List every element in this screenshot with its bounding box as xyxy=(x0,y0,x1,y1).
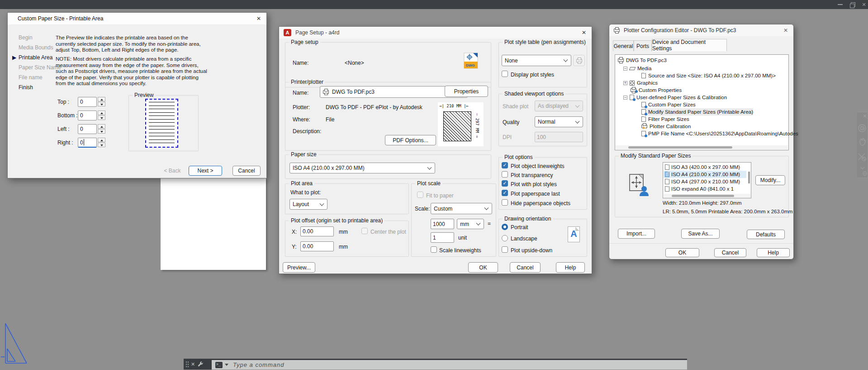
shade-plot-combo[interactable]: As displayed xyxy=(535,101,583,111)
tree-item-user-defined-paper-sizes[interactable]: User-defined Paper Sizes & Calibration xyxy=(623,94,727,101)
tab-ports[interactable]: Ports xyxy=(634,40,652,51)
list-horizontal-scrollbar[interactable] xyxy=(664,194,750,198)
tab-device-and-document-settings[interactable]: Device and Document Settings xyxy=(652,39,727,51)
quality-combo[interactable]: Normal xyxy=(535,116,583,127)
bottom-input[interactable] xyxy=(78,111,97,120)
tree-item-source-and-size[interactable]: Source and Size <Size: ISO A4 (210.00 x … xyxy=(641,72,776,79)
printer-name-label: Name: xyxy=(293,90,308,96)
drag-grip-icon[interactable] xyxy=(185,361,189,367)
edit-plot-style-button[interactable] xyxy=(573,55,585,66)
close-dialog-button[interactable]: ✕ xyxy=(580,29,588,37)
page-icon-selected xyxy=(665,172,669,177)
plot-with-plot-styles-checkbox[interactable] xyxy=(502,180,508,187)
defaults-button[interactable]: Defaults xyxy=(747,230,785,239)
ok-button[interactable]: OK xyxy=(468,262,498,273)
preview-button[interactable]: Preview... xyxy=(283,262,315,273)
top-stepper[interactable] xyxy=(98,97,105,107)
landscape-radio[interactable] xyxy=(502,235,508,241)
recent-commands-chevron-icon[interactable] xyxy=(225,364,228,366)
size-item-a4-landscape[interactable]: ISO A4 (297.00 x 210.00 MM) xyxy=(664,178,746,185)
tree-item-custom-properties[interactable]: Custom Properties xyxy=(631,86,682,94)
tree-item-plotter-calibration[interactable]: Plotter Calibration xyxy=(641,123,691,130)
plot-upside-down-checkbox[interactable] xyxy=(502,246,508,253)
paper-size-combo[interactable]: ISO A4 (210.00 x 297.00 MM) xyxy=(289,163,435,173)
tree-item-graphics[interactable]: Graphics xyxy=(623,79,658,86)
offset-x-input[interactable] xyxy=(300,226,334,236)
help-button[interactable]: Help xyxy=(556,262,585,273)
scale-length-input[interactable] xyxy=(431,219,454,229)
page-setup-titlebar[interactable]: Page Setup - a4rd xyxy=(279,27,592,38)
quality-label: Quality xyxy=(503,119,519,125)
command-input[interactable] xyxy=(233,361,504,368)
collapse-expander-icon[interactable] xyxy=(623,96,627,100)
expand-expander-icon[interactable] xyxy=(623,81,627,85)
command-bar-handle[interactable]: ✕ xyxy=(184,359,212,370)
close-window-button[interactable]: ✕ xyxy=(859,0,868,9)
plot-style-combo[interactable]: None xyxy=(502,55,571,66)
tab-general[interactable]: General xyxy=(613,40,634,51)
left-input[interactable] xyxy=(78,124,97,134)
cancel-button[interactable]: Cancel xyxy=(714,248,746,257)
cancel-button[interactable]: Cancel xyxy=(510,262,541,273)
close-command-bar-icon[interactable]: ✕ xyxy=(191,361,195,367)
right-input[interactable] xyxy=(78,138,97,148)
plot-object-lineweights-checkbox[interactable] xyxy=(502,162,508,168)
tree-item-custom-paper-sizes[interactable]: Custom Paper Sizes xyxy=(641,101,696,108)
portrait-radio[interactable] xyxy=(502,224,508,230)
fit-to-paper-checkbox[interactable] xyxy=(417,192,423,198)
pdf-options-button[interactable]: PDF Options... xyxy=(385,135,436,145)
tree-item-modify-standard-paper-sizes[interactable]: Modify Standard Paper Sizes (Printable A… xyxy=(641,108,753,115)
hide-paperspace-objects-checkbox[interactable] xyxy=(502,199,508,206)
plotter-config-titlebar[interactable]: Plotter Configuration Editor - DWG To PD… xyxy=(609,24,793,36)
modify-button[interactable]: Modify... xyxy=(755,175,785,185)
minimize-button[interactable] xyxy=(835,0,845,9)
cancel-button[interactable]: Cancel xyxy=(232,166,261,176)
scale-lineweights-checkbox[interactable] xyxy=(431,246,437,253)
tree-item-pmp-file-name[interactable]: PMP File Name <C:\Users\20251362\AppData… xyxy=(641,130,798,137)
scale-unit-combo[interactable]: mm xyxy=(457,219,484,229)
customize-wrench-icon[interactable] xyxy=(197,360,204,368)
bottom-stepper[interactable] xyxy=(98,111,105,120)
display-plot-styles-checkbox[interactable] xyxy=(502,71,508,77)
navigation-bar[interactable]: 2D xyxy=(856,112,868,178)
os-title-bar: ✕ xyxy=(0,0,868,9)
collapse-expander-icon[interactable] xyxy=(623,67,627,71)
close-dialog-button[interactable]: ✕ xyxy=(255,14,263,23)
offset-y-input[interactable] xyxy=(300,241,334,251)
dpi-input[interactable] xyxy=(535,132,583,142)
size-item-a3[interactable]: ISO A3 (420.00 x 297.00 MM) xyxy=(664,163,746,171)
back-button[interactable]: < Back xyxy=(159,166,186,176)
next-button[interactable]: Next > xyxy=(189,166,222,176)
custom-paper-size-titlebar[interactable]: Custom Paper Size - Printable Area xyxy=(8,13,266,24)
scale-lineweights-label: Scale lineweights xyxy=(439,247,481,254)
list-vertical-scrollbar[interactable] xyxy=(748,172,750,183)
description-label: Description: xyxy=(293,128,321,135)
plot-transparency-checkbox[interactable] xyxy=(502,171,508,178)
right-stepper[interactable] xyxy=(98,138,105,148)
tree-item-filter-paper-sizes[interactable]: Filter Paper Sizes xyxy=(641,115,689,123)
plot-paperspace-last-checkbox[interactable] xyxy=(502,190,508,196)
ok-button[interactable]: OK xyxy=(665,248,699,257)
scale-drawing-units-input[interactable] xyxy=(431,232,454,243)
left-stepper[interactable] xyxy=(98,124,105,134)
scale-combo[interactable]: Custom xyxy=(431,203,492,214)
shaded-group-label: Shaded viewport options xyxy=(503,91,565,97)
what-to-plot-combo[interactable]: Layout xyxy=(289,199,327,210)
size-item-a0-expand[interactable]: ISO expand A0 (841.00 x 1 xyxy=(664,185,746,192)
command-input-area[interactable] xyxy=(212,360,687,370)
help-button[interactable]: Help xyxy=(757,248,790,257)
svg-text:DWG: DWG xyxy=(466,63,475,67)
center-plot-checkbox[interactable] xyxy=(361,228,368,234)
size-item-a4-portrait[interactable]: ISO A4 (210.00 x 297.00 MM) xyxy=(664,171,746,178)
close-dialog-button[interactable]: ✕ xyxy=(782,26,790,34)
text-caret xyxy=(84,139,84,145)
import-button[interactable]: Import... xyxy=(618,229,655,239)
wizard-step-printable-area: Printable Area xyxy=(19,54,52,61)
tree-item-media[interactable]: Media xyxy=(623,65,651,72)
tree-item-root[interactable]: DWG To PDF.pc3 xyxy=(618,57,667,64)
properties-button[interactable]: Properties xyxy=(445,86,488,97)
save-as-button[interactable]: Save As... xyxy=(681,229,720,239)
top-input[interactable] xyxy=(78,97,97,107)
tree-horizontal-scrollbar[interactable] xyxy=(616,145,788,149)
restore-button[interactable] xyxy=(847,0,858,9)
